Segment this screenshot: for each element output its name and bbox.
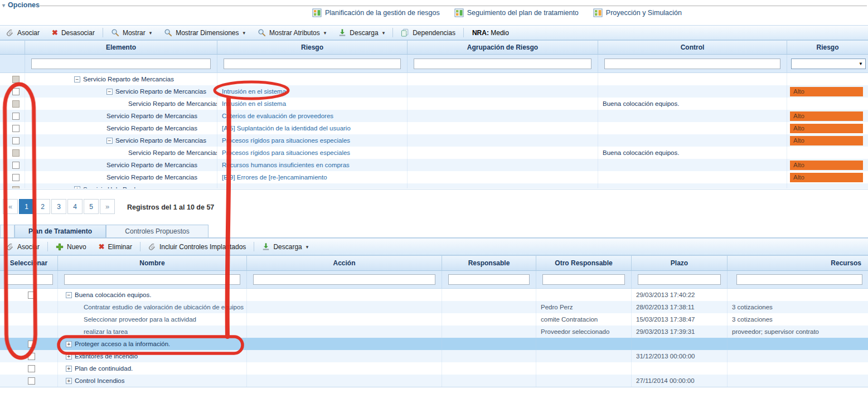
tree-toggle-icon[interactable]: − bbox=[106, 89, 113, 95]
table-row[interactable]: Servicio Reparto de Mercancias Criterios… bbox=[0, 110, 868, 122]
pagination-next-button[interactable]: » bbox=[100, 199, 115, 214]
table-row-clipped[interactable]: +Servicio Help Desk bbox=[0, 183, 868, 188]
mostrar-dimensiones-dropdown-button[interactable]: Mostrar Dimensiones ▾ bbox=[158, 26, 251, 40]
accion-filter-input[interactable] bbox=[253, 274, 435, 285]
row-checkbox[interactable] bbox=[28, 353, 35, 360]
asociar-button[interactable]: Asociar bbox=[0, 26, 46, 40]
responsable-filter-input[interactable] bbox=[448, 274, 530, 285]
table-row[interactable]: Contratar estudio de valoración de ubica… bbox=[0, 301, 868, 313]
control-filter-input[interactable] bbox=[604, 59, 780, 69]
table-row[interactable]: Seleccionar proveedor para la actividad … bbox=[0, 313, 868, 326]
incluir-controles-implantados-button[interactable]: Incluir Controles Implantados bbox=[142, 239, 252, 255]
agrupacion-filter-input[interactable] bbox=[414, 59, 591, 69]
accion-cell bbox=[247, 289, 442, 301]
table-row-selected[interactable]: +Proteger acceso a la información. bbox=[0, 338, 868, 350]
button-label: Mostrar bbox=[123, 29, 146, 37]
table-row[interactable]: Servicio Reparto de Mercancias Recursos … bbox=[0, 159, 868, 171]
table-row[interactable]: −Servicio Reparto de Mercancias Intrusió… bbox=[0, 85, 868, 98]
table-row[interactable]: −Servicio Reparto de Mercancias bbox=[0, 73, 868, 85]
row-checkbox[interactable] bbox=[28, 365, 35, 372]
nuevo-button[interactable]: Nuevo bbox=[50, 239, 93, 255]
row-checkbox[interactable] bbox=[12, 88, 20, 95]
nombre-cell: Extintores de incendio bbox=[75, 353, 138, 360]
riesgo-cell: Procesos rígidos para situaciones especi… bbox=[217, 134, 408, 147]
mostrar-dropdown-button[interactable]: Mostrar ▾ bbox=[105, 26, 158, 40]
table-row[interactable]: +Extintores de incendio 31/12/2013 00:00… bbox=[0, 350, 868, 362]
plazo-cell: 27/11/2014 00:00:00 bbox=[632, 375, 728, 387]
tree-toggle-icon[interactable]: + bbox=[66, 378, 72, 384]
tree-toggle-icon[interactable]: − bbox=[106, 138, 113, 144]
tab-plan-de-tratamiento[interactable]: Plan de Tratamiento bbox=[14, 225, 106, 237]
options-section-toggle[interactable]: ▾ Opciones bbox=[2, 1, 40, 9]
elemento-filter-input[interactable] bbox=[31, 59, 211, 69]
control-cell bbox=[598, 73, 787, 85]
elemento-cell: Servicio Reparto de Mercancias bbox=[106, 162, 197, 168]
dependencias-button[interactable]: Dependencias bbox=[395, 26, 462, 40]
descarga-dropdown-button[interactable]: Descarga ▾ bbox=[332, 26, 391, 40]
pagination-page-4[interactable]: 4 bbox=[67, 199, 83, 214]
elemento-cell: Servicio Reparto de Mercancias bbox=[83, 76, 174, 82]
desasociar-button[interactable]: ✖ Desasociar bbox=[46, 26, 101, 40]
nra-indicator: NRA: Medio bbox=[472, 29, 509, 37]
table-row[interactable]: Servicio Reparto de Mercancias Procesos … bbox=[0, 147, 868, 159]
tree-toggle-icon[interactable]: − bbox=[74, 76, 80, 82]
risk-table-body: −Servicio Reparto de Mercancias −Servici… bbox=[0, 73, 868, 188]
tree-toggle-icon[interactable]: + bbox=[66, 353, 72, 360]
control-cell bbox=[598, 159, 787, 171]
tree-toggle-icon[interactable]: + bbox=[66, 341, 72, 347]
plazo-filter-input[interactable] bbox=[638, 274, 721, 285]
link-seguimiento-plan-tratamiento[interactable]: Seguimiento del plan de tratamiento bbox=[454, 8, 579, 17]
header-plazo: Plazo bbox=[632, 256, 728, 270]
pagination-page-5[interactable]: 5 bbox=[84, 199, 99, 214]
link-planificacion-gestion-riesgos[interactable]: Planificación de la gestión de riesgos bbox=[312, 8, 440, 17]
control-cell bbox=[598, 110, 787, 122]
table-row[interactable]: −Buena colocación equipos. 29/03/2013 17… bbox=[0, 289, 868, 301]
caret-down-icon: ▾ bbox=[382, 30, 385, 36]
pagination-first-button[interactable]: « bbox=[3, 199, 18, 214]
nivel-riesgo-filter-select[interactable]: ▼ bbox=[791, 59, 866, 69]
table-row[interactable]: Servicio Reparto de Mercancias Intrusión… bbox=[0, 98, 868, 110]
otro-responsable-filter-input[interactable] bbox=[542, 274, 625, 285]
header-accion: Acción bbox=[247, 256, 442, 270]
table-row[interactable]: −Servicio Reparto de Mercancias Procesos… bbox=[0, 134, 868, 147]
row-checkbox[interactable] bbox=[12, 162, 20, 169]
tab-strip-corner bbox=[0, 225, 14, 237]
eliminar-button[interactable]: ✖ Eliminar bbox=[93, 239, 138, 255]
tab-controles-propuestos[interactable]: Controles Propuestos bbox=[106, 225, 208, 237]
table-row[interactable]: Servicio Reparto de Mercancias [E.9] Err… bbox=[0, 171, 868, 183]
table-row[interactable]: +Control Incendios 27/11/2014 00:00:00 bbox=[0, 375, 868, 387]
magnifier-icon bbox=[258, 28, 266, 37]
row-checkbox[interactable] bbox=[12, 174, 20, 181]
row-checkbox[interactable] bbox=[12, 137, 20, 144]
pagination-page-1[interactable]: 1 bbox=[19, 199, 34, 214]
control-cell bbox=[598, 85, 787, 98]
tree-toggle-icon[interactable]: + bbox=[66, 366, 72, 372]
seleccionar-filter-input[interactable] bbox=[4, 274, 53, 285]
asociar-button[interactable]: Asociar bbox=[0, 239, 46, 255]
table-row[interactable]: realizar la tarea Proveedor seleccionado… bbox=[0, 326, 868, 338]
tree-toggle-icon[interactable]: − bbox=[66, 292, 72, 298]
button-label: Desasociar bbox=[61, 29, 95, 37]
pagination-page-3[interactable]: 3 bbox=[51, 199, 66, 214]
row-checkbox[interactable] bbox=[12, 113, 20, 120]
mostrar-atributos-dropdown-button[interactable]: Mostrar Atributos ▾ bbox=[251, 26, 332, 40]
row-checkbox[interactable] bbox=[28, 292, 35, 299]
button-label: Nuevo bbox=[67, 243, 86, 251]
agrupacion-cell bbox=[408, 134, 598, 147]
link-proyeccion-simulacion[interactable]: Proyección y Simulación bbox=[593, 8, 682, 17]
nombre-filter-input[interactable] bbox=[64, 274, 240, 285]
toolbar-separator bbox=[140, 242, 140, 251]
table-row[interactable]: Servicio Reparto de Mercancias [A.5] Sup… bbox=[0, 122, 868, 134]
responsable-cell bbox=[442, 350, 536, 362]
pagination-page-2[interactable]: 2 bbox=[35, 199, 50, 214]
agrupacion-cell bbox=[408, 85, 598, 98]
row-checkbox[interactable] bbox=[28, 377, 35, 385]
tree-toggle-icon[interactable]: + bbox=[74, 186, 80, 188]
riesgo-filter-input[interactable] bbox=[224, 59, 401, 69]
recursos-filter-input[interactable] bbox=[736, 274, 862, 285]
row-checkbox[interactable] bbox=[12, 125, 20, 132]
table-row[interactable]: +Plan de continuidad. bbox=[0, 362, 868, 375]
descarga-dropdown-button[interactable]: Descarga ▾ bbox=[256, 239, 314, 255]
row-checkbox[interactable] bbox=[28, 341, 35, 348]
button-label: Asociar bbox=[17, 243, 40, 251]
